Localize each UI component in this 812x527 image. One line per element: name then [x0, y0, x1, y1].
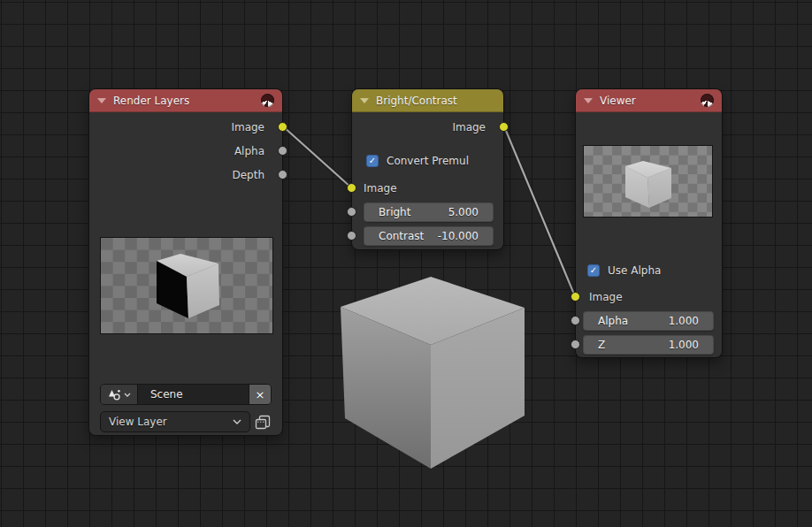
socket-alpha-output[interactable] [278, 146, 287, 156]
check-icon: ✓ [590, 266, 597, 275]
checkbox-checked[interactable]: ✓ [587, 264, 600, 277]
checkbox-checked[interactable]: ✓ [366, 155, 379, 167]
socket-bright-input[interactable] [347, 207, 356, 217]
unlink-scene-button[interactable]: × [249, 385, 271, 404]
render-layers-icon [255, 415, 272, 430]
use-alpha-checkbox[interactable]: ✓ Use Alpha [587, 264, 661, 277]
z-field[interactable]: Z 1.000 [583, 335, 714, 355]
input-label-image: Image [589, 290, 623, 304]
bright-value: 5.000 [448, 206, 479, 218]
link-renderlayers-to-brightcontrast[interactable] [283, 126, 351, 187]
preview-sphere-icon[interactable] [261, 94, 274, 107]
preview-cube [625, 161, 672, 208]
collapse-triangle-icon[interactable] [97, 98, 106, 103]
node-title: Viewer [600, 95, 636, 107]
preview-cube [157, 254, 220, 319]
node-viewer[interactable]: Viewer ✓ Use Alpha Imag [575, 88, 723, 358]
scene-name-field[interactable]: Scene [138, 385, 249, 404]
alpha-value: 1.000 [669, 315, 699, 327]
z-value: 1.000 [669, 339, 699, 351]
contrast-label: Contrast [379, 230, 424, 242]
socket-alpha-input[interactable] [571, 316, 580, 325]
collapse-triangle-icon[interactable] [584, 98, 593, 103]
render-layers-header[interactable]: Render Layers [89, 89, 282, 112]
preview-sphere-icon[interactable] [701, 94, 714, 107]
bright-field[interactable]: Bright 5.000 [364, 202, 494, 222]
socket-image-output[interactable] [499, 122, 509, 132]
contrast-value: -10.000 [438, 230, 479, 242]
socket-image-output[interactable] [278, 122, 287, 132]
node-title: Bright/Contrast [376, 95, 457, 107]
checkbox-label: Convert Premul [387, 155, 469, 167]
socket-contrast-input[interactable] [347, 231, 356, 241]
chevron-down-icon [124, 393, 131, 397]
view-layer-dropdown[interactable]: View Layer [100, 411, 250, 432]
node-render-layers[interactable]: Render Layers Image Alpha Depth [88, 88, 283, 436]
input-label-image: Image [364, 181, 397, 195]
node-bright-contrast[interactable]: Bright/Contrast Image ✓ Convert Premul I… [351, 88, 504, 250]
view-layer-value: View Layer [109, 416, 167, 428]
contrast-field[interactable]: Contrast -10.000 [364, 226, 494, 246]
socket-image-input[interactable] [347, 183, 356, 193]
alpha-label: Alpha [598, 315, 628, 327]
chevron-down-icon [233, 419, 241, 424]
checkbox-label: Use Alpha [608, 264, 661, 277]
link-brightcontrast-to-viewer[interactable] [504, 126, 575, 296]
output-label-image: Image [452, 120, 486, 134]
close-icon: × [256, 388, 265, 401]
collapse-triangle-icon[interactable] [360, 98, 369, 103]
check-icon: ✓ [369, 157, 376, 165]
output-label-alpha: Alpha [234, 144, 264, 158]
viewer-header[interactable]: Viewer [576, 89, 722, 112]
socket-z-input[interactable] [571, 340, 580, 349]
bright-contrast-header[interactable]: Bright/Contrast [352, 89, 503, 112]
render-layer-link-button[interactable] [252, 411, 273, 433]
node-title: Render Layers [113, 95, 189, 107]
convert-premul-checkbox[interactable]: ✓ Convert Premul [366, 155, 469, 167]
output-label-depth: Depth [232, 168, 264, 182]
viewer-preview-image [583, 145, 713, 218]
z-label: Z [598, 339, 605, 351]
render-layers-preview-image [100, 237, 273, 334]
scene-icon [108, 388, 121, 401]
bright-label: Bright [379, 206, 410, 218]
alpha-field[interactable]: Alpha 1.000 [583, 311, 714, 331]
scene-id-dropdown[interactable] [101, 385, 138, 404]
scene-selector[interactable]: Scene × [100, 384, 272, 405]
socket-depth-output[interactable] [278, 170, 287, 179]
socket-image-input[interactable] [571, 292, 580, 302]
output-label-image: Image [231, 120, 264, 134]
